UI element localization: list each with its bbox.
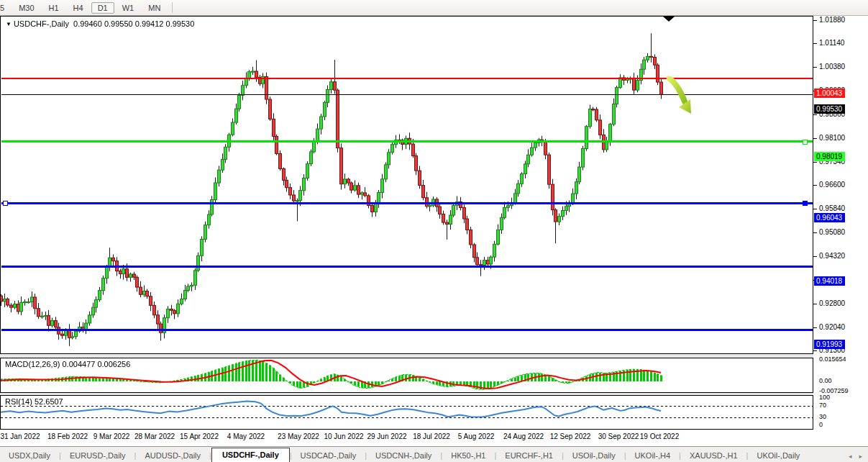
price-badge-0.98019: 0.98019	[814, 152, 845, 161]
price-tick-label: 0.92800	[819, 299, 845, 307]
support-line-blue-1-handle[interactable]	[3, 201, 8, 206]
macd-label: MACD(12,26,9) 0.004477 0.006256	[5, 360, 130, 368]
date-label: 29 Jun 2022	[367, 432, 406, 440]
axis-tick-mark	[813, 20, 817, 21]
axis-tick-mark	[813, 162, 817, 163]
price-badge-0.96043: 0.96043	[814, 213, 845, 222]
date-label: 24 Aug 2022	[503, 432, 544, 440]
axis-tick-mark	[813, 43, 817, 44]
date-label: 4 May 2022	[227, 432, 265, 440]
date-label: 15 Apr 2022	[180, 432, 219, 440]
timeframe-button-w1[interactable]: W1	[116, 2, 141, 14]
timeframe-button-d1[interactable]: D1	[91, 2, 114, 14]
rsi-tick-label: 0	[819, 421, 823, 428]
support-line-blue-1-handle[interactable]	[803, 201, 808, 206]
rsi-name: RSI(14)	[5, 397, 32, 406]
timeframe-button-5[interactable]: 5	[0, 2, 11, 14]
tab-eurusd-daily[interactable]: EURUSD-,Daily	[61, 449, 134, 462]
support-line-green-handle[interactable]	[803, 140, 808, 145]
date-label: 18 Feb 2022	[47, 432, 88, 440]
support-line-green[interactable]	[1, 140, 813, 142]
tab-usdcnh-daily[interactable]: USDCNH-,Daily	[367, 449, 440, 462]
rsi-tick-label: 100	[819, 394, 830, 401]
rsi-canvas[interactable]	[1, 396, 813, 429]
timeframe-button-m30[interactable]: M30	[12, 2, 40, 14]
macd-name: MACD(12,26,9)	[5, 360, 60, 368]
price-tick-label: 0.94320	[819, 252, 845, 260]
price-marker-triangle-icon[interactable]	[663, 17, 675, 22]
macd-value-signal: 0.006256	[97, 360, 130, 368]
macd-panel: MACD(12,26,9) 0.004477 0.006256	[0, 358, 813, 393]
tab-ukoil-h4[interactable]: UKOil-,H4	[626, 449, 680, 462]
axis-tick-mark	[813, 209, 817, 209]
timeframe-toolbar: 5M30H1H4D1W1MN	[0, 0, 868, 16]
price-badge-0.94018: 0.94018	[814, 276, 845, 286]
price-tick-label: 0.95840	[819, 204, 845, 212]
date-label: 9 Mar 2022	[93, 432, 130, 440]
price-chart-canvas[interactable]	[1, 17, 813, 353]
tab-hk50-h1[interactable]: HK50-,H1	[442, 449, 494, 462]
axis-tick-mark	[813, 327, 817, 328]
date-axis: 31 Jan 202218 Feb 20229 Mar 202228 Mar 2…	[0, 430, 868, 446]
price-badge-1.00043: 1.00043	[814, 89, 845, 98]
axis-tick-mark	[813, 304, 817, 304]
timeframe-button-mn[interactable]: MN	[142, 2, 167, 14]
axis-tick-mark	[813, 138, 817, 139]
price-tick-label: 0.95080	[819, 228, 845, 236]
chart-symbol-label: USDCHF-,Daily	[14, 19, 69, 28]
quote-high: 0.99550	[104, 19, 133, 28]
date-label: 23 May 2022	[278, 432, 319, 440]
date-label: 10 Jun 2022	[324, 432, 363, 440]
quote-open: 0.99460	[73, 19, 102, 28]
date-label: 18 Jul 2022	[413, 432, 450, 440]
support-line-blue-1[interactable]	[1, 202, 813, 204]
quote-close: 0.99530	[166, 19, 195, 28]
price-badge-0.99530: 0.99530	[814, 104, 845, 114]
price-axis: 1.018801.011401.003800.996200.988600.981…	[813, 16, 868, 430]
date-label: 28 Mar 2022	[134, 432, 175, 440]
chart-dropdown-icon[interactable]: ▼	[6, 21, 12, 27]
toolbar-separator	[172, 2, 173, 13]
axis-tick-mark	[813, 114, 817, 115]
timeframe-button-h1[interactable]: H1	[42, 2, 65, 14]
tab-usdx-daily[interactable]: USDX,Daily	[0, 449, 59, 462]
macd-tick-label: 0.00	[819, 377, 832, 384]
timeframe-button-h4[interactable]: H4	[67, 2, 90, 14]
price-tick-label: 0.98100	[819, 134, 845, 142]
date-label: 30 Sep 2022	[598, 432, 639, 440]
rsi-panel: RSI(14) 52.6507	[0, 395, 813, 430]
chart-tab-bar: USDX,Daily|EURUSD-,Daily|AUDUSD-,Daily|U…	[0, 446, 868, 462]
price-tick-label: 0.96600	[819, 181, 845, 189]
date-label: 31 Jan 2022	[0, 432, 40, 440]
price-chart-panel: ▼USDCHF-,Daily 0.99460 0.99550 0.99412 0…	[0, 16, 813, 354]
tab-usdchf-daily[interactable]: USDCHF-,Daily	[211, 448, 290, 462]
axis-tick-mark	[813, 232, 817, 233]
tab-scroll-arrows: ◂▸	[849, 453, 862, 462]
tab-scroll-left-icon[interactable]: ◂	[849, 453, 852, 460]
tab-xauusd-h1[interactable]: XAUUSD-,H1	[681, 449, 746, 462]
rsi-value: 52.6507	[35, 397, 63, 406]
axis-tick-mark	[813, 350, 817, 351]
rsi-tick-label: 70	[819, 402, 826, 409]
macd-value-main: 0.004477	[62, 360, 95, 368]
support-line-blue-2[interactable]	[1, 266, 813, 268]
price-tick-label: 1.01140	[819, 39, 844, 47]
tab-eurchf-h1[interactable]: EURCHF-,H1	[496, 449, 562, 462]
tab-ukoil-daily[interactable]: UKOil-,Daily	[748, 449, 808, 462]
sell-arrow-annotation[interactable]	[664, 76, 703, 122]
chart-title: ▼USDCHF-,Daily 0.99460 0.99550 0.99412 0…	[6, 19, 194, 28]
date-label: 5 Aug 2022	[458, 432, 495, 440]
axis-tick-mark	[813, 185, 817, 186]
tab-usdcad-daily[interactable]: USDCAD-,Daily	[292, 449, 365, 462]
price-badge-0.91993: 0.91993	[814, 340, 845, 349]
rsi-label: RSI(14) 52.6507	[5, 397, 63, 406]
support-line-blue-3[interactable]	[1, 329, 813, 331]
rsi-tick-label: 30	[819, 413, 826, 420]
price-tick-label: 1.01880	[819, 16, 845, 24]
price-tick-label: 1.00380	[819, 63, 845, 71]
tab-audusd-daily[interactable]: AUDUSD-,Daily	[136, 449, 209, 462]
date-label: 19 Oct 2022	[640, 432, 679, 440]
tab-scroll-right-icon[interactable]: ▸	[859, 453, 862, 460]
arrow-shaft	[670, 78, 685, 101]
tab-usoil-daily[interactable]: USOil-,Daily	[564, 449, 624, 462]
